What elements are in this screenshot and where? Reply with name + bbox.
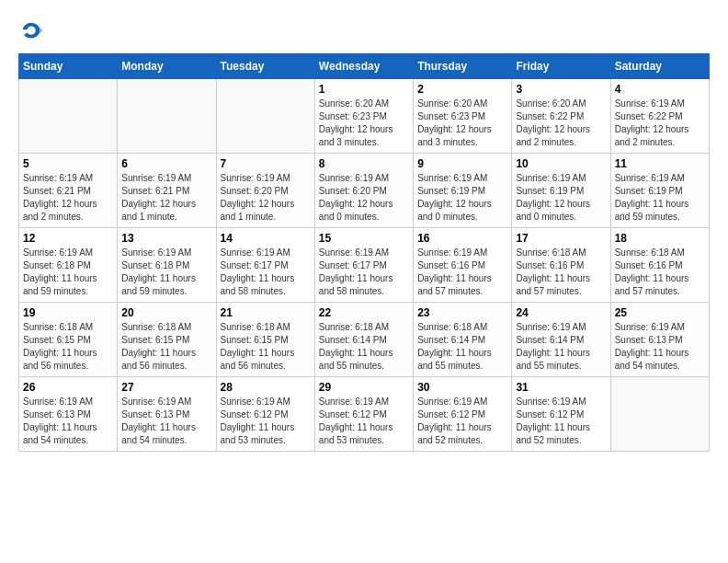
header-cell-monday: Monday bbox=[118, 54, 216, 79]
day-number: 9 bbox=[417, 157, 507, 170]
day-number: 8 bbox=[319, 157, 409, 170]
day-info: Sunrise: 6:19 AM Sunset: 6:17 PM Dayligh… bbox=[221, 247, 311, 298]
day-number: 26 bbox=[23, 381, 113, 394]
logo-icon bbox=[18, 18, 44, 44]
header-cell-saturday: Saturday bbox=[610, 54, 709, 79]
calendar-cell: 24Sunrise: 6:19 AM Sunset: 6:14 PM Dayli… bbox=[512, 303, 610, 377]
day-info: Sunrise: 6:19 AM Sunset: 6:19 PM Dayligh… bbox=[615, 172, 705, 224]
day-number: 30 bbox=[417, 381, 507, 394]
header-row: SundayMondayTuesdayWednesdayThursdayFrid… bbox=[19, 54, 710, 79]
day-number: 16 bbox=[417, 232, 507, 245]
day-number: 3 bbox=[516, 83, 606, 96]
day-number: 19 bbox=[23, 306, 113, 319]
day-info: Sunrise: 6:19 AM Sunset: 6:21 PM Dayligh… bbox=[121, 172, 211, 224]
day-info: Sunrise: 6:19 AM Sunset: 6:19 PM Dayligh… bbox=[417, 172, 507, 224]
day-number: 10 bbox=[516, 157, 606, 170]
calendar-cell bbox=[216, 79, 314, 154]
day-info: Sunrise: 6:18 AM Sunset: 6:15 PM Dayligh… bbox=[23, 321, 113, 373]
day-number: 22 bbox=[319, 306, 409, 319]
calendar-table: SundayMondayTuesdayWednesdayThursdayFrid… bbox=[18, 53, 710, 452]
calendar-week-3: 12Sunrise: 6:19 AM Sunset: 6:18 PM Dayli… bbox=[19, 228, 710, 303]
calendar-cell: 19Sunrise: 6:18 AM Sunset: 6:15 PM Dayli… bbox=[19, 303, 118, 377]
day-info: Sunrise: 6:19 AM Sunset: 6:13 PM Dayligh… bbox=[615, 321, 705, 373]
logo bbox=[18, 18, 48, 44]
calendar-cell: 26Sunrise: 6:19 AM Sunset: 6:13 PM Dayli… bbox=[19, 377, 118, 452]
day-number: 20 bbox=[121, 306, 211, 319]
calendar-cell: 9Sunrise: 6:19 AM Sunset: 6:19 PM Daylig… bbox=[414, 154, 512, 228]
calendar-cell: 22Sunrise: 6:18 AM Sunset: 6:14 PM Dayli… bbox=[314, 303, 413, 377]
calendar-cell: 16Sunrise: 6:19 AM Sunset: 6:16 PM Dayli… bbox=[414, 228, 512, 303]
calendar-header: SundayMondayTuesdayWednesdayThursdayFrid… bbox=[19, 54, 710, 79]
day-info: Sunrise: 6:18 AM Sunset: 6:16 PM Dayligh… bbox=[615, 247, 705, 298]
header-cell-sunday: Sunday bbox=[19, 54, 118, 79]
calendar-cell: 6Sunrise: 6:19 AM Sunset: 6:21 PM Daylig… bbox=[118, 154, 216, 228]
day-info: Sunrise: 6:19 AM Sunset: 6:12 PM Dayligh… bbox=[417, 396, 507, 447]
day-number: 12 bbox=[23, 232, 113, 245]
day-number: 28 bbox=[221, 381, 311, 394]
day-number: 31 bbox=[516, 381, 606, 394]
header-cell-friday: Friday bbox=[512, 54, 610, 79]
calendar-cell: 3Sunrise: 6:20 AM Sunset: 6:22 PM Daylig… bbox=[512, 79, 610, 154]
calendar-cell: 1Sunrise: 6:20 AM Sunset: 6:23 PM Daylig… bbox=[314, 79, 413, 154]
day-info: Sunrise: 6:18 AM Sunset: 6:14 PM Dayligh… bbox=[319, 321, 409, 373]
calendar-cell: 14Sunrise: 6:19 AM Sunset: 6:17 PM Dayli… bbox=[216, 228, 314, 303]
day-number: 18 bbox=[615, 232, 705, 245]
day-number: 29 bbox=[319, 381, 409, 394]
calendar-cell: 30Sunrise: 6:19 AM Sunset: 6:12 PM Dayli… bbox=[414, 377, 512, 452]
calendar-cell bbox=[118, 79, 216, 154]
calendar-cell: 21Sunrise: 6:18 AM Sunset: 6:15 PM Dayli… bbox=[216, 303, 314, 377]
day-info: Sunrise: 6:19 AM Sunset: 6:19 PM Dayligh… bbox=[516, 172, 606, 224]
calendar-cell: 5Sunrise: 6:19 AM Sunset: 6:21 PM Daylig… bbox=[19, 154, 118, 228]
calendar-week-1: 1Sunrise: 6:20 AM Sunset: 6:23 PM Daylig… bbox=[19, 79, 710, 154]
day-info: Sunrise: 6:18 AM Sunset: 6:14 PM Dayligh… bbox=[417, 321, 507, 373]
day-number: 11 bbox=[615, 157, 705, 170]
day-info: Sunrise: 6:20 AM Sunset: 6:23 PM Dayligh… bbox=[417, 98, 507, 149]
calendar-cell: 13Sunrise: 6:19 AM Sunset: 6:18 PM Dayli… bbox=[118, 228, 216, 303]
calendar-cell: 27Sunrise: 6:19 AM Sunset: 6:13 PM Dayli… bbox=[118, 377, 216, 452]
day-number: 7 bbox=[221, 157, 311, 170]
day-info: Sunrise: 6:19 AM Sunset: 6:16 PM Dayligh… bbox=[417, 247, 507, 298]
calendar-cell: 7Sunrise: 6:19 AM Sunset: 6:20 PM Daylig… bbox=[216, 154, 314, 228]
day-number: 17 bbox=[516, 232, 606, 245]
calendar-week-4: 19Sunrise: 6:18 AM Sunset: 6:15 PM Dayli… bbox=[19, 303, 710, 377]
header-cell-tuesday: Tuesday bbox=[216, 54, 314, 79]
calendar-cell: 2Sunrise: 6:20 AM Sunset: 6:23 PM Daylig… bbox=[414, 79, 512, 154]
calendar-cell: 4Sunrise: 6:19 AM Sunset: 6:22 PM Daylig… bbox=[610, 79, 709, 154]
day-number: 5 bbox=[23, 157, 113, 170]
page-header bbox=[18, 18, 710, 44]
day-number: 15 bbox=[319, 232, 409, 245]
calendar-week-2: 5Sunrise: 6:19 AM Sunset: 6:21 PM Daylig… bbox=[19, 154, 710, 228]
day-number: 14 bbox=[221, 232, 311, 245]
day-info: Sunrise: 6:20 AM Sunset: 6:23 PM Dayligh… bbox=[319, 98, 409, 149]
calendar-cell: 10Sunrise: 6:19 AM Sunset: 6:19 PM Dayli… bbox=[512, 154, 610, 228]
day-info: Sunrise: 6:19 AM Sunset: 6:13 PM Dayligh… bbox=[121, 396, 211, 447]
calendar-cell: 8Sunrise: 6:19 AM Sunset: 6:20 PM Daylig… bbox=[314, 154, 413, 228]
day-info: Sunrise: 6:18 AM Sunset: 6:15 PM Dayligh… bbox=[121, 321, 211, 373]
day-info: Sunrise: 6:19 AM Sunset: 6:18 PM Dayligh… bbox=[121, 247, 211, 298]
calendar-cell: 11Sunrise: 6:19 AM Sunset: 6:19 PM Dayli… bbox=[610, 154, 709, 228]
calendar-cell: 18Sunrise: 6:18 AM Sunset: 6:16 PM Dayli… bbox=[610, 228, 709, 303]
calendar-cell: 20Sunrise: 6:18 AM Sunset: 6:15 PM Dayli… bbox=[118, 303, 216, 377]
calendar-cell: 23Sunrise: 6:18 AM Sunset: 6:14 PM Dayli… bbox=[414, 303, 512, 377]
day-info: Sunrise: 6:19 AM Sunset: 6:17 PM Dayligh… bbox=[319, 247, 409, 298]
day-info: Sunrise: 6:18 AM Sunset: 6:15 PM Dayligh… bbox=[221, 321, 311, 373]
day-number: 24 bbox=[516, 306, 606, 319]
calendar-cell: 28Sunrise: 6:19 AM Sunset: 6:12 PM Dayli… bbox=[216, 377, 314, 452]
calendar-body: 1Sunrise: 6:20 AM Sunset: 6:23 PM Daylig… bbox=[19, 79, 710, 452]
day-info: Sunrise: 6:19 AM Sunset: 6:20 PM Dayligh… bbox=[221, 172, 311, 224]
day-info: Sunrise: 6:19 AM Sunset: 6:14 PM Dayligh… bbox=[516, 321, 606, 373]
calendar-cell: 31Sunrise: 6:19 AM Sunset: 6:12 PM Dayli… bbox=[512, 377, 610, 452]
day-info: Sunrise: 6:19 AM Sunset: 6:13 PM Dayligh… bbox=[23, 396, 113, 447]
day-info: Sunrise: 6:19 AM Sunset: 6:12 PM Dayligh… bbox=[516, 396, 606, 447]
day-number: 25 bbox=[615, 306, 705, 319]
day-number: 2 bbox=[417, 83, 507, 96]
day-number: 1 bbox=[319, 83, 409, 96]
header-cell-wednesday: Wednesday bbox=[314, 54, 413, 79]
day-number: 21 bbox=[221, 306, 311, 319]
day-number: 4 bbox=[615, 83, 705, 96]
day-number: 23 bbox=[417, 306, 507, 319]
day-number: 27 bbox=[121, 381, 211, 394]
calendar-week-5: 26Sunrise: 6:19 AM Sunset: 6:13 PM Dayli… bbox=[19, 377, 710, 452]
day-info: Sunrise: 6:20 AM Sunset: 6:22 PM Dayligh… bbox=[516, 98, 606, 149]
day-info: Sunrise: 6:19 AM Sunset: 6:21 PM Dayligh… bbox=[23, 172, 113, 224]
